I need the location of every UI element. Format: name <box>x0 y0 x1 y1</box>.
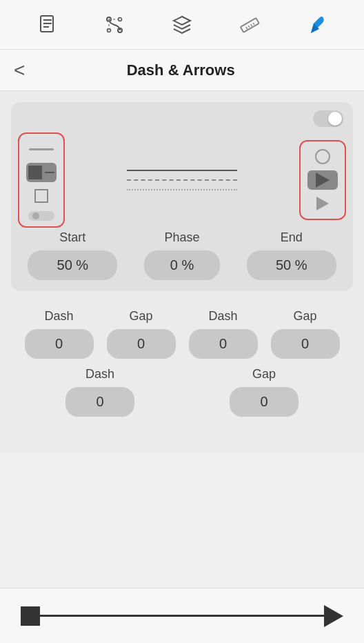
dash-gap-grid: Dash 0 Gap 0 Dash 0 Gap 0 Dash 0 G <box>11 302 353 439</box>
gap-pill-1[interactable]: 0 <box>107 329 176 359</box>
dash-pill-1[interactable]: 0 <box>25 329 94 359</box>
start-slider[interactable] <box>28 211 54 221</box>
page-title: Dash & Arrows <box>32 61 330 79</box>
gap-label-3: Gap <box>252 367 276 382</box>
toggle-row <box>18 110 346 127</box>
start-options <box>18 132 65 228</box>
dash-pill-3[interactable]: 0 <box>65 387 134 417</box>
gap-col-1: Gap 0 <box>107 309 176 359</box>
svg-line-14 <box>250 24 252 26</box>
start-square-option[interactable] <box>26 163 57 182</box>
svg-rect-11 <box>240 18 259 32</box>
preview-start-block <box>21 606 40 626</box>
svg-line-13 <box>248 26 250 28</box>
dash-pill-2[interactable]: 0 <box>189 329 258 359</box>
toolbar <box>0 0 364 50</box>
toggle-switch[interactable] <box>313 110 343 127</box>
start-label: Start <box>59 230 85 245</box>
end-value-pill[interactable]: 50 % <box>247 250 336 280</box>
gap-col-2: Gap 0 <box>271 309 340 359</box>
start-value-pill[interactable]: 50 % <box>28 250 117 280</box>
gap-label-1: Gap <box>129 309 152 324</box>
phase-value-pill[interactable]: 0 % <box>144 250 220 280</box>
end-label: End <box>281 230 303 245</box>
center-preview <box>70 139 294 221</box>
back-button[interactable]: < <box>14 61 25 80</box>
preview-dotted <box>127 189 237 190</box>
dash-label-1: Dash <box>44 309 73 324</box>
end-col: End 50 % <box>236 230 346 280</box>
end-arrow-outline-option[interactable] <box>307 194 338 213</box>
bottom-preview-bar <box>0 588 364 643</box>
preview-end-arrow <box>324 605 343 627</box>
end-arrow-filled-option[interactable] <box>307 170 338 190</box>
dash-col-1: Dash 0 <box>25 309 94 359</box>
dash-col-3: Dash 0 <box>65 367 134 417</box>
gap-pill-3[interactable]: 0 <box>230 387 299 417</box>
start-col: Start 50 % <box>18 230 128 280</box>
gap-col-3: Gap 0 <box>230 367 299 417</box>
dash-row-1: Dash 0 Gap 0 Dash 0 Gap 0 <box>18 309 346 359</box>
labels-row: Start 50 % Phase 0 % End 50 % <box>18 230 346 280</box>
arrow-panel: Start 50 % Phase 0 % End 50 % <box>11 102 353 291</box>
preview-long-line <box>40 615 324 617</box>
svg-marker-10 <box>174 17 190 25</box>
style-icon[interactable] <box>303 11 330 39</box>
end-circle-option[interactable] <box>307 147 338 166</box>
svg-line-15 <box>253 23 254 25</box>
gap-pill-2[interactable]: 0 <box>271 329 340 359</box>
dash-label-3: Dash <box>85 367 114 382</box>
selector-row <box>18 132 346 228</box>
preview-solid <box>127 170 237 172</box>
layers-icon[interactable] <box>168 11 196 39</box>
dash-label-2: Dash <box>208 309 237 324</box>
phase-col: Phase 0 % <box>128 230 237 280</box>
end-options <box>299 140 346 220</box>
svg-line-12 <box>245 27 247 29</box>
phase-label: Phase <box>164 230 199 245</box>
preview-container <box>21 605 343 627</box>
header: < Dash & Arrows <box>0 50 364 91</box>
preview-dashed <box>127 179 237 181</box>
start-outline-option[interactable] <box>26 186 57 206</box>
dash-col-2: Dash 0 <box>189 309 258 359</box>
dash-row-2: Dash 0 Gap 0 <box>18 367 346 417</box>
document-icon[interactable] <box>34 11 61 39</box>
path-icon[interactable] <box>101 11 128 39</box>
gap-label-2: Gap <box>293 309 316 324</box>
content-area: Start 50 % Phase 0 % End 50 % Dash 0 Gap… <box>0 91 364 453</box>
ruler-icon[interactable] <box>236 11 263 39</box>
start-flat-option[interactable] <box>26 139 57 159</box>
